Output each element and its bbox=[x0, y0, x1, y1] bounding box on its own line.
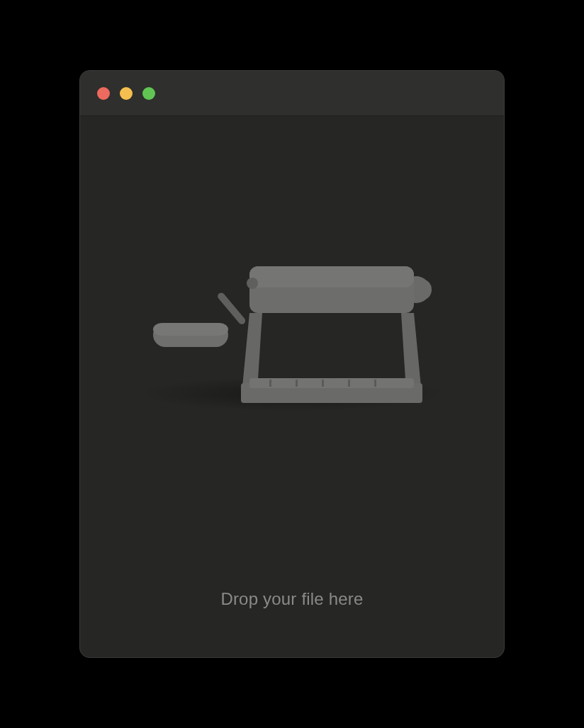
svg-rect-12 bbox=[348, 380, 350, 387]
svg-rect-13 bbox=[374, 380, 376, 387]
svg-rect-2 bbox=[153, 323, 228, 336]
traffic-lights bbox=[97, 87, 155, 100]
drop-prompt-text: Drop your file here bbox=[220, 589, 363, 609]
svg-rect-9 bbox=[269, 380, 271, 387]
machine-illustration bbox=[136, 238, 448, 436]
svg-rect-14 bbox=[275, 320, 388, 372]
svg-rect-11 bbox=[322, 380, 324, 387]
titlebar bbox=[80, 71, 504, 116]
maximize-button[interactable] bbox=[142, 87, 155, 100]
close-button[interactable] bbox=[97, 87, 110, 100]
app-window: Drop your file here bbox=[79, 70, 505, 658]
svg-point-4 bbox=[415, 280, 432, 300]
svg-point-15 bbox=[247, 278, 258, 289]
svg-rect-8 bbox=[249, 378, 414, 388]
pasta-press-icon bbox=[136, 252, 448, 422]
drop-zone[interactable]: Drop your file here bbox=[80, 116, 504, 657]
svg-rect-6 bbox=[249, 266, 414, 288]
svg-rect-10 bbox=[296, 380, 298, 387]
svg-rect-0 bbox=[216, 291, 247, 326]
minimize-button[interactable] bbox=[120, 87, 133, 100]
